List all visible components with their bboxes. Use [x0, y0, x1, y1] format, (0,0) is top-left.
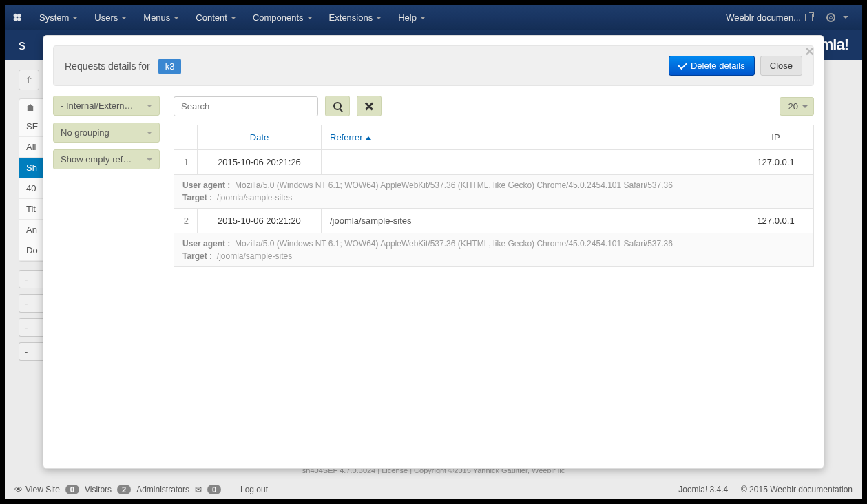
row-referrer — [322, 150, 738, 175]
filter-internal-external[interactable]: - Internal/Extern… — [53, 96, 160, 116]
user-agent-label: User agent : — [182, 239, 230, 249]
target-label: Target : — [182, 251, 212, 261]
delete-details-button[interactable]: Delete details — [669, 56, 755, 76]
row-date: 2015-10-06 20:21:26 — [198, 150, 322, 175]
col-num — [174, 125, 198, 150]
close-button[interactable]: Close — [760, 56, 802, 76]
search-input[interactable] — [174, 96, 318, 116]
col-date[interactable]: Date — [198, 125, 322, 150]
row-num: 2 — [174, 209, 198, 233]
filter-grouping[interactable]: No grouping — [53, 123, 160, 143]
col-referrer[interactable]: Referrer — [322, 125, 738, 150]
target-value: /joomla/sample-sites — [217, 193, 292, 202]
table-detail-row: User agent : Mozilla/5.0 (Windows NT 6.1… — [174, 175, 814, 209]
clear-search-button[interactable] — [357, 96, 382, 116]
target-value: /joomla/sample-sites — [217, 251, 292, 261]
modal-close-x[interactable]: × — [805, 44, 814, 59]
col-ip: IP — [738, 125, 814, 150]
search-button[interactable] — [325, 96, 350, 116]
table-row: 2 2015-10-06 20:21:20 /joomla/sample-sit… — [174, 209, 814, 233]
table-detail-row: User agent : Mozilla/5.0 (Windows NT 6.1… — [174, 233, 814, 267]
row-num: 1 — [174, 150, 198, 175]
modal-header: Requests details for k3 Delete details C… — [53, 45, 814, 86]
filter-empty-ref[interactable]: Show empty ref… — [53, 149, 160, 169]
row-referrer: /joomla/sample-sites — [322, 209, 738, 233]
search-icon — [333, 102, 342, 110]
modal-title-badge: k3 — [158, 59, 182, 74]
row-ip: 127.0.0.1 — [738, 150, 814, 175]
check-icon — [678, 60, 687, 70]
row-ip: 127.0.0.1 — [738, 209, 814, 233]
user-agent-label: User agent : — [182, 180, 230, 190]
table-row: 1 2015-10-06 20:21:26 127.0.0.1 — [174, 150, 814, 175]
row-date: 2015-10-06 20:21:20 — [198, 209, 322, 233]
page-size-select[interactable]: 20 — [780, 97, 814, 116]
requests-modal: × Requests details for k3 Delete details… — [43, 35, 824, 469]
target-label: Target : — [182, 193, 212, 202]
user-agent-value: Mozilla/5.0 (Windows NT 6.1; WOW64) Appl… — [235, 239, 673, 249]
requests-table: Date Referrer IP 1 2015-10-06 20:21:26 1… — [174, 125, 814, 267]
sort-asc-icon — [366, 136, 371, 140]
user-agent-value: Mozilla/5.0 (Windows NT 6.1; WOW64) Appl… — [235, 180, 673, 190]
modal-filter-column: - Internal/Extern… No grouping Show empt… — [53, 96, 160, 267]
x-icon — [364, 101, 374, 111]
modal-title: Requests details for k3 — [65, 61, 181, 72]
